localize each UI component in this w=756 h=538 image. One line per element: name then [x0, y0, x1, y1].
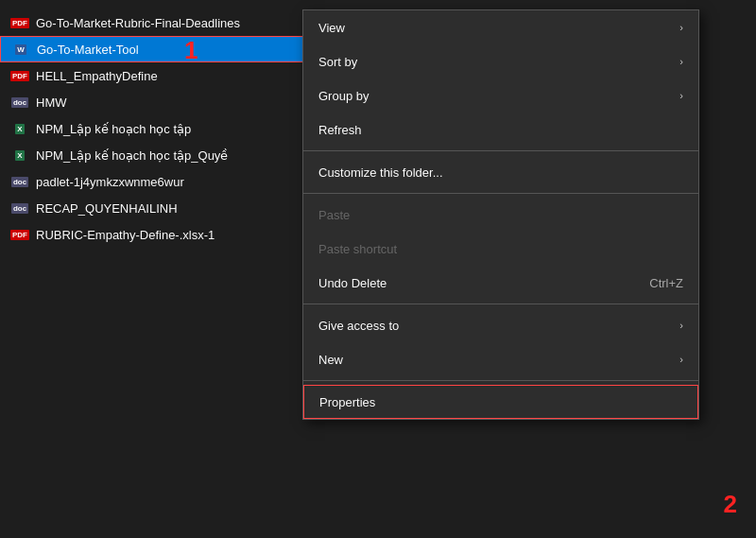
- menu-item-new[interactable]: New›: [303, 342, 698, 376]
- submenu-chevron-icon: ›: [679, 90, 683, 101]
- menu-item-customize-this-folder[interactable]: Customize this folder...: [303, 155, 698, 189]
- pdf-icon: PDF: [11, 226, 28, 243]
- menu-item-paste-shortcut: Paste shortcut: [303, 232, 698, 266]
- file-name: RECAP_QUYENHAILINH: [36, 201, 178, 216]
- file-item[interactable]: PDFHELL_EmpathyDefine: [0, 62, 350, 89]
- excel-icon: X: [11, 120, 28, 137]
- word-icon: W: [12, 41, 29, 58]
- menu-separator: [303, 150, 698, 151]
- file-name: HMW: [36, 95, 67, 110]
- submenu-chevron-icon: ›: [679, 320, 683, 331]
- file-name: Go-To-Market-Tool: [37, 43, 139, 57]
- menu-separator: [303, 304, 698, 304]
- menu-item-paste: Paste: [303, 198, 698, 232]
- menu-item-label: Give access to: [318, 319, 399, 333]
- menu-item-shortcut: Ctrl+Z: [649, 276, 683, 290]
- menu-item-label: Paste: [318, 208, 350, 222]
- menu-separator: [303, 380, 698, 381]
- file-item[interactable]: PDFGo-To-Market-Rubric-Final-Deadlines: [0, 9, 350, 36]
- menu-item-undo-delete[interactable]: Undo DeleteCtrl+Z: [303, 266, 698, 300]
- menu-item-label: Paste shortcut: [318, 242, 397, 256]
- file-item[interactable]: WGo-To-Market-Tool: [0, 36, 350, 62]
- menu-item-label: View: [318, 21, 345, 35]
- file-item[interactable]: PDFRUBRIC-Empathy-Define-.xlsx-1: [0, 221, 350, 248]
- menu-separator: [303, 193, 698, 194]
- submenu-chevron-icon: ›: [679, 22, 683, 33]
- menu-item-label: Properties: [319, 395, 375, 409]
- pdf-icon: PDF: [11, 14, 28, 31]
- annotation-1: 1: [184, 36, 198, 65]
- menu-item-label: Customize this folder...: [318, 165, 443, 180]
- menu-item-label: Sort by: [318, 55, 357, 69]
- file-item[interactable]: docHMW: [0, 89, 350, 115]
- annotation-2: 2: [724, 490, 737, 519]
- file-explorer: PDFGo-To-Market-Rubric-Final-DeadlinesWG…: [0, 0, 350, 538]
- file-name: Go-To-Market-Rubric-Final-Deadlines: [36, 16, 240, 30]
- menu-item-properties[interactable]: Properties: [303, 385, 698, 419]
- file-name: RUBRIC-Empathy-Define-.xlsx-1: [36, 228, 215, 242]
- context-menu: View›Sort by›Group by›RefreshCustomize t…: [302, 9, 699, 420]
- pdf-icon: PDF: [11, 67, 28, 84]
- excel-icon: X: [11, 147, 28, 164]
- submenu-chevron-icon: ›: [679, 354, 683, 365]
- file-item[interactable]: XNPM_Lập kế hoạch học tập_Quyề: [0, 142, 350, 168]
- file-item[interactable]: docRECAP_QUYENHAILINH: [0, 195, 350, 221]
- menu-item-sort-by[interactable]: Sort by›: [303, 44, 698, 78]
- file-item[interactable]: docpadlet-1j4ymkzxwnme6wur: [0, 168, 350, 195]
- file-name: padlet-1j4ymkzxwnme6wur: [36, 175, 184, 189]
- menu-item-give-access-to[interactable]: Give access to›: [303, 308, 698, 342]
- menu-item-label: Undo Delete: [318, 276, 387, 290]
- file-item[interactable]: XNPM_Lập kế hoạch học tập: [0, 115, 350, 142]
- menu-item-group-by[interactable]: Group by›: [303, 78, 698, 113]
- doc-icon: doc: [11, 173, 28, 190]
- menu-item-label: Refresh: [318, 123, 362, 137]
- doc-icon: doc: [11, 94, 28, 111]
- file-name: NPM_Lập kế hoạch học tập: [36, 122, 191, 136]
- menu-item-view[interactable]: View›: [303, 10, 698, 44]
- file-name: HELL_EmpathyDefine: [36, 69, 158, 83]
- doc-icon: doc: [11, 200, 28, 217]
- menu-item-label: New: [318, 353, 343, 367]
- menu-item-label: Group by: [318, 89, 369, 103]
- file-name: NPM_Lập kế hoạch học tập_Quyề: [36, 148, 228, 163]
- submenu-chevron-icon: ›: [679, 56, 683, 67]
- menu-item-refresh[interactable]: Refresh: [303, 113, 698, 147]
